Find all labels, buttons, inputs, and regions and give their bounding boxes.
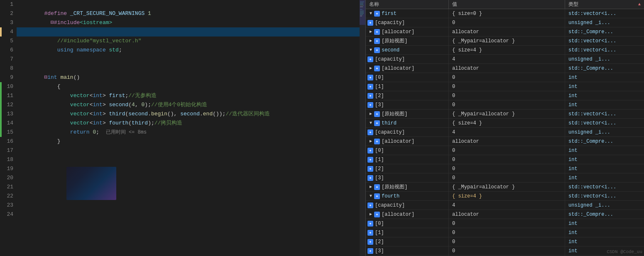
- var-icon-first: ◈: [374, 11, 380, 17]
- watch-row-fourth-3[interactable]: ◈ [3] 0 int: [366, 246, 644, 256]
- col-name-label: 名称: [369, 0, 379, 9]
- third-1-value: 0: [449, 155, 565, 164]
- second-allocator-label: [allocator]: [382, 64, 414, 73]
- watch-row-first-allocator[interactable]: ▶ ◈ [allocator] allocator std::_Compre..…: [366, 27, 644, 37]
- watch-row-fourth-capacity[interactable]: ◈ [capacity] 4 unsigned _i...: [366, 201, 644, 210]
- third-1-label: [1]: [375, 155, 384, 164]
- code-content[interactable]: #define _CRT_SECURE_NO_WARNINGS 1 ⊟#incl…: [17, 0, 360, 256]
- fourth-capacity-label: [capacity]: [375, 201, 405, 210]
- watch-col-type-header: 类型 ▲: [565, 0, 644, 9]
- watch-row-fourth[interactable]: ▼ ◈ fourth { size=4 } std::vector<i...: [366, 192, 644, 201]
- first-allocator-value: allocator: [449, 27, 565, 36]
- watch-row-second-0[interactable]: ◈ [0] 0 int: [366, 73, 644, 82]
- watch-row-first-raw[interactable]: ▶ ◈ [原始视图] { _Mypair=allocator } std::ve…: [366, 37, 644, 46]
- col-name-second-2: ◈ [2]: [366, 91, 449, 100]
- code-area: 1 2 3 4 5 6 7 8 9 10 11 12 13 14 15 16 1…: [0, 0, 365, 256]
- expand-third-allocator-icon[interactable]: ▶: [367, 138, 374, 145]
- var-icon-first-raw: ◈: [374, 38, 380, 44]
- expand-third-icon[interactable]: ▼: [367, 120, 374, 127]
- line-num-24: 24: [2, 210, 13, 219]
- watch-row-first[interactable]: ▼ ◈ first { size=0 } std::vector<i...: [366, 9, 644, 18]
- expand-first-raw-icon[interactable]: ▶: [367, 38, 374, 44]
- var-icon-fourth-3: ◈: [367, 248, 373, 254]
- first-raw-type: std::vector<i...: [565, 37, 644, 45]
- watch-body[interactable]: ▼ ◈ first { size=0 } std::vector<i... ◈ …: [366, 9, 644, 256]
- expand-second-allocator-icon[interactable]: ▶: [367, 65, 374, 72]
- watch-row-third-0[interactable]: ◈ [0] 0 int: [366, 146, 644, 155]
- watch-row-third-raw[interactable]: ▶ ◈ [原始视图] { _Mypair=allocator } std::ve…: [366, 183, 644, 192]
- watch-row-second-3[interactable]: ◈ [3] 0 int: [366, 100, 644, 110]
- watch-row-fourth-2[interactable]: ◈ [2] 0 int: [366, 237, 644, 246]
- watch-row-third-1[interactable]: ◈ [1] 0 int: [366, 155, 644, 164]
- fourth-capacity-type: unsigned _i...: [565, 201, 644, 210]
- col-name-second-capacity: ◈ [capacity]: [366, 55, 449, 63]
- watch-row-second[interactable]: ▼ ◈ second { size=4 } std::vector<i...: [366, 46, 644, 55]
- third-capacity-type: unsigned _i...: [565, 128, 644, 137]
- minimap[interactable]: [360, 0, 365, 256]
- expand-fourth-icon[interactable]: ▼: [367, 193, 374, 200]
- fourth-1-value: 0: [449, 228, 565, 237]
- watch-row-third-2[interactable]: ◈ [2] 0 int: [366, 164, 644, 173]
- second-label: second: [382, 46, 399, 54]
- third-capacity-value: 4: [449, 128, 565, 137]
- second-2-label: [2]: [375, 91, 384, 100]
- sort-arrow-icon[interactable]: ▲: [638, 0, 641, 9]
- watch-row-fourth-1[interactable]: ◈ [1] 0 int: [366, 228, 644, 237]
- first-raw-label: [原始视图]: [382, 37, 407, 45]
- third-capacity-label: [capacity]: [375, 128, 405, 137]
- watch-row-third-capacity[interactable]: ◈ [capacity] 4 unsigned _i...: [366, 128, 644, 137]
- col-name-third-allocator: ▶ ◈ [allocator]: [366, 137, 449, 146]
- watch-row-second-capacity[interactable]: ◈ [capacity] 4 unsigned _i...: [366, 55, 644, 64]
- watch-row-second-allocator[interactable]: ▶ ◈ [allocator] allocator std::_Compre..…: [366, 64, 644, 73]
- expand-third-raw-icon[interactable]: ▶: [367, 184, 374, 190]
- var-icon-fourth-0: ◈: [367, 221, 373, 227]
- first-value: { size=0 }: [449, 9, 565, 18]
- col-name-fourth-3: ◈ [3]: [366, 246, 449, 255]
- code-line-9: {: [17, 73, 360, 82]
- col-name-fourth-1: ◈ [1]: [366, 228, 449, 237]
- watch-row-fourth-0[interactable]: ◈ [0] 0 int: [366, 219, 644, 228]
- first-capacity-value: 0: [449, 18, 565, 27]
- second-2-value: 0: [449, 91, 565, 100]
- watch-row-second-1[interactable]: ◈ [1] 0 int: [366, 82, 644, 91]
- fourth-1-type: int: [565, 228, 644, 237]
- expand-first-icon[interactable]: ▼: [367, 10, 374, 17]
- line-num-8: 8: [2, 64, 13, 73]
- watch-row-third-3[interactable]: ◈ [3] 0 int: [366, 173, 644, 183]
- expand-first-allocator-icon[interactable]: ▶: [367, 29, 374, 35]
- third-label: third: [382, 119, 397, 127]
- fourth-0-type: int: [565, 219, 644, 228]
- var-icon-third-1: ◈: [367, 157, 373, 163]
- second-1-value: 0: [449, 82, 565, 91]
- watch-row-third[interactable]: ▼ ◈ third { size=4 } std::vector<i...: [366, 119, 644, 128]
- watch-row-first-capacity[interactable]: ◈ [capacity] 0 unsigned _i...: [366, 18, 644, 27]
- code-line-2: ⊟#include<iostream>: [17, 9, 360, 18]
- watch-row-second-2[interactable]: ◈ [2] 0 int: [366, 91, 644, 100]
- col-name-first: ▼ ◈ first: [366, 9, 449, 18]
- var-icon-second-allocator: ◈: [374, 66, 380, 71]
- expand-second-raw-icon[interactable]: ▶: [367, 111, 374, 117]
- third-3-label: [3]: [375, 173, 384, 182]
- col-name-third-raw: ▶ ◈ [原始视图]: [366, 183, 449, 191]
- line-num-16: 16: [2, 137, 13, 146]
- expand-fourth-allocator-icon[interactable]: ▶: [367, 211, 374, 218]
- col-name-first-allocator: ▶ ◈ [allocator]: [366, 27, 449, 36]
- code-line-6: [17, 46, 360, 55]
- second-type: std::vector<i...: [565, 46, 644, 54]
- third-allocator-label: [allocator]: [382, 137, 414, 146]
- watch-row-fourth-allocator[interactable]: ▶ ◈ [allocator] allocator std::_Compre..…: [366, 210, 644, 219]
- watch-header: 名称 值 类型 ▲: [366, 0, 644, 9]
- code-line-10: vector<int> first;//无参构造: [17, 82, 360, 91]
- var-icon-second-raw: ◈: [374, 111, 380, 117]
- watch-row-second-raw[interactable]: ▶ ◈ [原始视图] { _Mypair=allocator } std::ve…: [366, 110, 644, 119]
- col-name-third-1: ◈ [1]: [366, 155, 449, 164]
- var-icon-third-3: ◈: [367, 175, 373, 181]
- watch-row-third-allocator[interactable]: ▶ ◈ [allocator] allocator std::_Compre..…: [366, 137, 644, 146]
- expand-second-icon[interactable]: ▼: [367, 47, 374, 54]
- line-num-11: 11: [2, 91, 13, 100]
- col-name-fourth: ▼ ◈ fourth: [366, 192, 449, 200]
- var-icon-second-2: ◈: [367, 93, 373, 99]
- var-icon-first-allocator: ◈: [374, 29, 380, 35]
- code-line-24: [17, 210, 360, 219]
- second-raw-label: [原始视图]: [382, 110, 407, 118]
